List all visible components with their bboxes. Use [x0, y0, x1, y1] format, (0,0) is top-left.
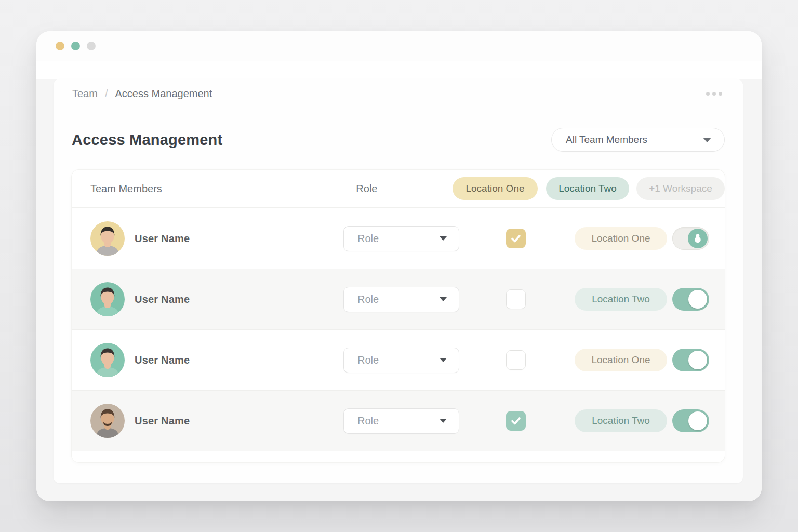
- role-dropdown-value: Role: [357, 233, 379, 245]
- table-row: User Name Role Location One: [72, 208, 725, 269]
- location-badge: Location One: [575, 349, 667, 371]
- role-dropdown-value: Role: [357, 415, 379, 427]
- member-cell: User Name: [90, 282, 343, 316]
- page-header: Access Management All Team Members: [72, 128, 725, 152]
- checkmark-icon: [510, 415, 522, 427]
- access-checkbox[interactable]: [506, 411, 526, 431]
- team-filter-value: All Team Members: [566, 134, 647, 145]
- page-content: Access Management All Team Members Team …: [54, 128, 743, 462]
- location-badge: Location One: [575, 227, 667, 250]
- chevron-down-icon: [440, 358, 447, 362]
- access-table: Team Members Role Location One Location …: [72, 170, 725, 462]
- breadcrumb-bar: Team / Access Management: [54, 79, 743, 109]
- chevron-down-icon: [440, 419, 447, 423]
- role-dropdown[interactable]: Role: [343, 408, 459, 434]
- workspace-badge-location-one[interactable]: Location One: [453, 177, 538, 200]
- access-toggle[interactable]: [672, 288, 709, 311]
- more-options-icon[interactable]: [705, 89, 723, 99]
- access-toggle[interactable]: [672, 409, 709, 432]
- column-header-team-members: Team Members: [90, 183, 315, 195]
- workspace-badge-more[interactable]: +1 Workspace: [636, 177, 725, 200]
- location-badge: Location Two: [575, 288, 667, 311]
- toggle-knob: [688, 290, 707, 309]
- breadcrumb-team[interactable]: Team: [72, 88, 98, 100]
- team-filter-dropdown[interactable]: All Team Members: [551, 128, 725, 152]
- window-minimize-button[interactable]: [71, 42, 80, 50]
- member-cell: User Name: [90, 221, 343, 256]
- table-row: User Name Role Location Two: [72, 269, 725, 329]
- member-name: User Name: [135, 233, 190, 245]
- member-cell: User Name: [90, 343, 343, 377]
- member-name: User Name: [135, 354, 190, 366]
- chevron-down-icon: [440, 236, 447, 241]
- avatar: [90, 343, 125, 377]
- window-titlebar: [36, 31, 762, 61]
- access-toggle[interactable]: [672, 227, 709, 250]
- table-row: User Name Role Location One: [72, 329, 725, 390]
- table-header-row: Team Members Role Location One Location …: [72, 170, 725, 208]
- toggle-knob: [688, 411, 707, 430]
- table-row: User Name Role Location Two: [72, 390, 725, 451]
- browser-window: Team / Access Management Access Manageme…: [36, 31, 762, 501]
- access-checkbox[interactable]: [506, 289, 526, 309]
- window-maximize-button[interactable]: [87, 42, 96, 50]
- role-dropdown-value: Role: [357, 354, 379, 366]
- droplet-icon: [693, 233, 703, 244]
- main-panel: Team / Access Management Access Manageme…: [54, 79, 743, 483]
- location-badge: Location Two: [575, 409, 667, 432]
- toggle-knob: [688, 229, 708, 248]
- window-close-button[interactable]: [56, 42, 64, 50]
- access-checkbox[interactable]: [506, 350, 526, 370]
- role-dropdown-value: Role: [357, 294, 379, 305]
- role-dropdown[interactable]: Role: [343, 348, 459, 373]
- member-cell: User Name: [90, 404, 343, 438]
- breadcrumb-separator: /: [105, 88, 108, 100]
- column-header-role: Role: [315, 183, 418, 195]
- chevron-down-icon: [703, 138, 711, 142]
- avatar: [90, 221, 125, 256]
- breadcrumb-access-management: Access Management: [115, 88, 212, 100]
- app-body: Team / Access Management Access Manageme…: [36, 79, 762, 501]
- breadcrumb: Team / Access Management: [72, 88, 212, 100]
- page-title: Access Management: [72, 131, 222, 149]
- workspace-badge-location-two[interactable]: Location Two: [546, 177, 629, 200]
- role-dropdown[interactable]: Role: [343, 287, 459, 312]
- avatar: [90, 282, 125, 316]
- role-dropdown[interactable]: Role: [343, 226, 459, 251]
- access-toggle[interactable]: [672, 349, 709, 371]
- member-name: User Name: [135, 294, 190, 305]
- member-name: User Name: [135, 415, 190, 427]
- chevron-down-icon: [440, 297, 447, 301]
- avatar: [90, 404, 125, 438]
- toggle-knob: [688, 351, 707, 369]
- checkmark-icon: [510, 232, 522, 245]
- access-checkbox[interactable]: [506, 229, 526, 248]
